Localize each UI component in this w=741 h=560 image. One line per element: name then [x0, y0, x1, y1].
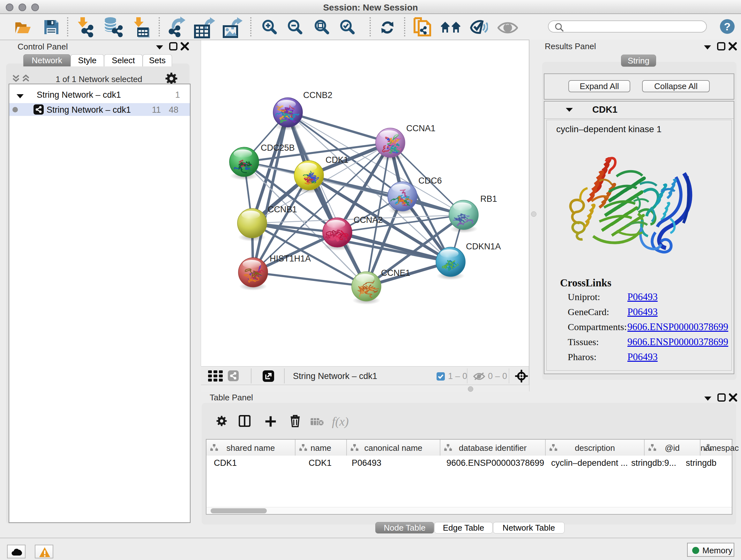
svg-text:CCNA2: CCNA2 [354, 215, 383, 225]
svg-text:CCNB2: CCNB2 [303, 90, 333, 100]
svg-text:CCNA1: CCNA1 [406, 124, 435, 133]
svg-text:CCNB1: CCNB1 [268, 205, 297, 214]
svg-text:CDKN1A: CDKN1A [466, 242, 501, 251]
svg-text:CDC25B: CDC25B [261, 143, 295, 152]
svg-text:CDK1: CDK1 [326, 155, 348, 165]
svg-text:CCNE1: CCNE1 [381, 268, 410, 278]
svg-text:RB1: RB1 [480, 194, 497, 204]
svg-text:HIST1H1A: HIST1H1A [270, 254, 311, 263]
svg-text:CDC6: CDC6 [418, 176, 442, 186]
